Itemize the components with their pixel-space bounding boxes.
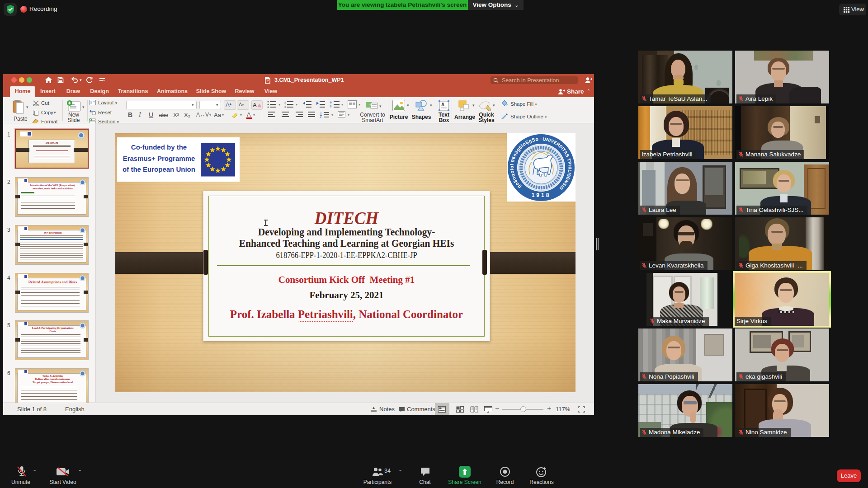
- svg-text:A: A: [441, 102, 444, 107]
- svg-text:A: A: [320, 116, 321, 118]
- svg-text:P: P: [267, 80, 269, 83]
- svg-text:A: A: [253, 102, 257, 108]
- svg-text:3: 3: [284, 106, 286, 108]
